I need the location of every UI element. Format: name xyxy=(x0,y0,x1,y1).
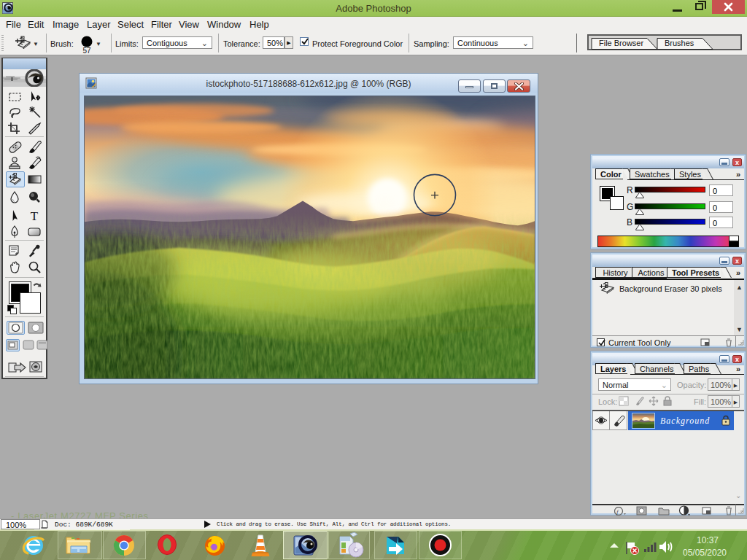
svg-text:57: 57 xyxy=(82,47,91,55)
svg-text:Brushes: Brushes xyxy=(665,39,694,47)
svg-text:f: f xyxy=(616,508,619,516)
svg-text:T: T xyxy=(31,209,39,223)
svg-text:File Browser: File Browser xyxy=(599,39,643,47)
